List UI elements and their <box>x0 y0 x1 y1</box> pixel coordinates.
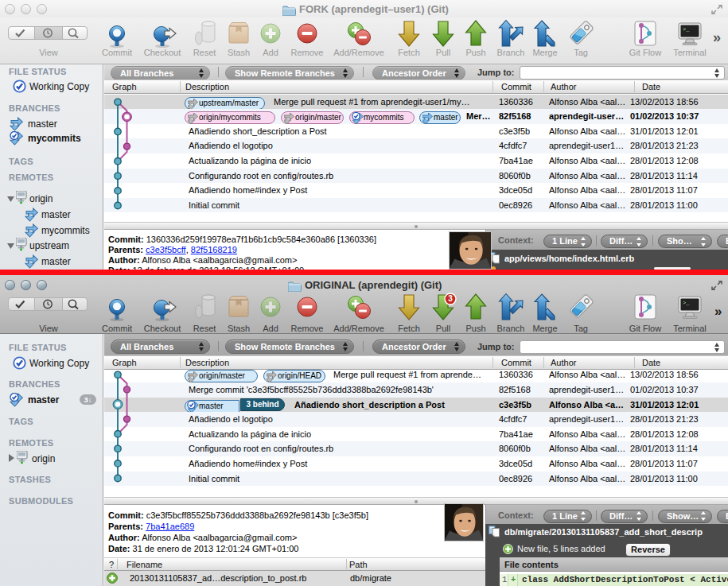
svg-text:3: 3 <box>448 294 453 303</box>
